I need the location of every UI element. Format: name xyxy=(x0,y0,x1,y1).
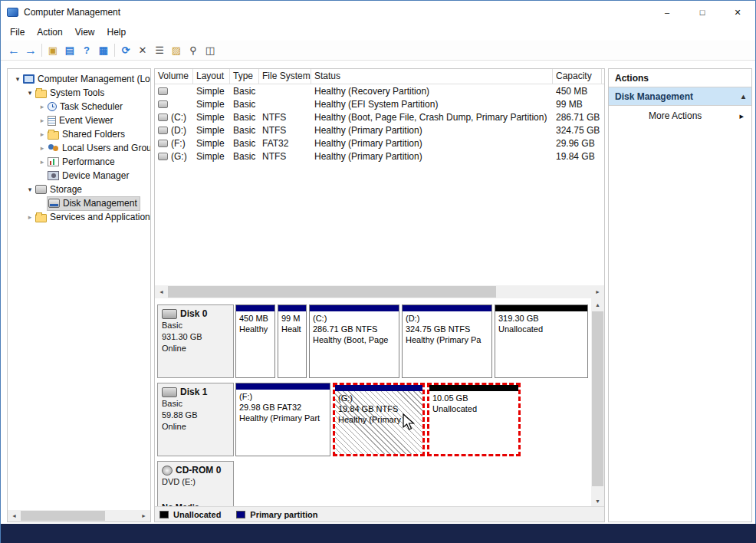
volume-row[interactable]: Simple Basic Healthy (EFI System Partiti… xyxy=(155,97,604,110)
menu-action[interactable]: Action xyxy=(31,25,68,39)
up-level-icon[interactable]: ▣ xyxy=(44,42,61,59)
window-title: Computer Management xyxy=(24,7,120,18)
partition-line: (D:) xyxy=(406,313,488,324)
tree-horizontal-scrollbar[interactable]: ◄ ► xyxy=(8,510,150,522)
scroll-left-icon[interactable]: ◄ xyxy=(155,285,168,298)
partition-line: Healthy (Boot, Page xyxy=(313,334,396,345)
tree-item-disk-management[interactable]: Disk Management xyxy=(8,196,150,210)
show-console-tree-icon[interactable]: ▤ xyxy=(61,42,78,59)
open-folder-icon[interactable]: ▨ xyxy=(168,42,185,59)
partition-efi[interactable]: 99 M Healt xyxy=(278,304,307,378)
delete-icon[interactable]: ✕ xyxy=(134,42,151,59)
chevron-collapsed-icon[interactable]: ▸ xyxy=(37,117,48,124)
disk-status: Online xyxy=(162,343,229,354)
menu-view[interactable]: View xyxy=(69,25,101,39)
minimize-button[interactable]: – xyxy=(649,1,685,24)
properties-icon[interactable]: ☰ xyxy=(151,42,168,59)
export-list-icon[interactable]: ▦ xyxy=(95,42,112,59)
submenu-arrow-icon[interactable]: ▸ xyxy=(739,111,744,121)
volume-row[interactable]: (F:) Simple Basic FAT32 Healthy (Primary… xyxy=(155,137,604,150)
more-actions-item[interactable]: More Actions ▸ xyxy=(609,106,751,126)
volume-row[interactable]: (D:) Simple Basic NTFS Healthy (Primary … xyxy=(155,123,604,137)
column-header-status[interactable]: Status xyxy=(311,69,553,84)
collapse-chevron-icon[interactable]: ▴ xyxy=(741,92,745,100)
scrollbar-thumb[interactable] xyxy=(21,511,105,521)
maximize-button[interactable]: □ xyxy=(685,1,720,24)
partition-recovery[interactable]: 450 MB Healthy xyxy=(235,304,275,378)
actions-group-disk-management[interactable]: Disk Management ▴ xyxy=(609,87,751,106)
tree-item-task-scheduler[interactable]: ▸ Task Scheduler xyxy=(8,100,150,114)
menu-file[interactable]: File xyxy=(4,25,31,39)
chevron-collapsed-icon[interactable]: ▸ xyxy=(37,130,48,138)
tree-item-shared-folders[interactable]: ▸ Shared Folders xyxy=(8,127,150,141)
partition-legend: Unallocated Primary partition xyxy=(155,506,604,522)
forward-icon[interactable]: → xyxy=(22,42,39,59)
column-header-volume[interactable]: Volume xyxy=(155,69,193,84)
tree-item-local-users-groups[interactable]: ▸ Local Users and Groups xyxy=(8,141,150,155)
disk-row-cdrom0: CD-ROM 0 DVD (E:) No Media xyxy=(157,461,589,508)
tree-item-label: Disk Management xyxy=(60,198,137,209)
partition-c[interactable]: (C:) 286.71 GB NTFS Healthy (Boot, Page xyxy=(309,304,399,378)
partition-unallocated-disk1[interactable]: 10.05 GB Unallocated xyxy=(427,383,521,456)
scroll-right-icon[interactable]: ► xyxy=(137,510,150,522)
column-header-type[interactable]: Type xyxy=(230,69,259,84)
chevron-expanded-icon[interactable]: ▾ xyxy=(12,75,23,83)
tree-item-services-applications[interactable]: ▸ Services and Applications xyxy=(8,210,150,224)
partition-line: Healthy xyxy=(239,324,271,334)
partition-line: (G:) xyxy=(338,393,419,403)
refresh-icon[interactable]: ⟳ xyxy=(117,42,134,59)
disk-tool-icon[interactable]: ◫ xyxy=(202,42,219,59)
volume-drive-icon xyxy=(158,127,168,134)
volume-row[interactable]: Simple Basic Healthy (Recovery Partition… xyxy=(155,84,604,97)
back-icon[interactable]: ← xyxy=(5,42,22,59)
menu-help[interactable]: Help xyxy=(101,25,133,39)
volume-capacity: 450 MB xyxy=(553,86,602,97)
scrollbar-track[interactable] xyxy=(591,486,604,495)
help-icon[interactable]: ? xyxy=(78,42,95,59)
chevron-collapsed-icon[interactable]: ▸ xyxy=(25,213,35,221)
actions-panel-title: Actions xyxy=(609,69,751,87)
tree-item-label: Event Viewer xyxy=(56,115,113,126)
cdrom0-label[interactable]: CD-ROM 0 DVD (E:) No Media xyxy=(157,461,234,508)
close-button[interactable]: ✕ xyxy=(720,1,755,24)
tree-item-storage[interactable]: ▾ Storage xyxy=(8,183,150,196)
partition-f[interactable]: (F:) 29.98 GB FAT32 Healthy (Primary Par… xyxy=(235,383,330,456)
tree-item-computer-management[interactable]: ▾ Computer Management (Local xyxy=(8,72,150,86)
disk1-label[interactable]: Disk 1 Basic 59.88 GB Online xyxy=(157,383,234,456)
services-icon xyxy=(35,214,47,222)
tree-item-event-viewer[interactable]: ▸ Event Viewer xyxy=(8,114,150,127)
volume-status: Healthy (EFI System Partition) xyxy=(311,99,553,110)
scroll-up-icon[interactable]: ▲ xyxy=(591,298,604,311)
chevron-collapsed-icon[interactable]: ▸ xyxy=(37,144,48,152)
chevron-expanded-icon[interactable]: ▾ xyxy=(25,186,35,193)
volume-status: Healthy (Primary Partition) xyxy=(311,125,553,136)
volume-list-horizontal-scrollbar[interactable]: ◄ ► xyxy=(155,285,604,298)
volume-row[interactable]: (C:) Simple Basic NTFS Healthy (Boot, Pa… xyxy=(155,110,604,123)
volume-drive-icon xyxy=(158,87,168,95)
volume-type: Basic xyxy=(230,125,259,136)
disk-view-vertical-scrollbar[interactable]: ▲ ▼ xyxy=(591,298,604,508)
scrollbar-thumb[interactable] xyxy=(168,286,496,298)
volume-layout: Simple xyxy=(193,151,230,162)
partition-line: Healthy (Primary Pa xyxy=(406,334,488,345)
column-header-layout[interactable]: Layout xyxy=(193,69,230,84)
scrollbar-thumb[interactable] xyxy=(592,311,603,486)
scroll-left-icon[interactable]: ◄ xyxy=(8,510,21,522)
chevron-expanded-icon[interactable]: ▾ xyxy=(25,89,35,97)
chevron-collapsed-icon[interactable]: ▸ xyxy=(37,158,48,166)
tree-item-device-manager[interactable]: Device Manager xyxy=(8,169,150,183)
volume-file-system: NTFS xyxy=(259,112,311,123)
chevron-collapsed-icon[interactable]: ▸ xyxy=(37,103,48,110)
volume-capacity: 99 MB xyxy=(553,99,602,110)
column-header-file-system[interactable]: File System xyxy=(259,69,311,84)
volume-row[interactable]: (G:) Simple Basic NTFS Healthy (Primary … xyxy=(155,150,604,163)
bottom-strip xyxy=(1,524,756,543)
column-header-capacity[interactable]: Capacity xyxy=(553,69,602,84)
tree-item-performance[interactable]: ▸ Performance xyxy=(8,155,150,169)
scroll-right-icon[interactable]: ► xyxy=(591,285,604,298)
find-icon[interactable]: ⚲ xyxy=(185,42,202,59)
tree-item-system-tools[interactable]: ▾ System Tools xyxy=(8,86,150,100)
partition-d[interactable]: (D:) 324.75 GB NTFS Healthy (Primary Pa xyxy=(402,304,492,378)
partition-unallocated-disk0[interactable]: 319.30 GB Unallocated xyxy=(495,304,588,378)
disk0-label[interactable]: Disk 0 Basic 931.30 GB Online xyxy=(157,304,234,378)
